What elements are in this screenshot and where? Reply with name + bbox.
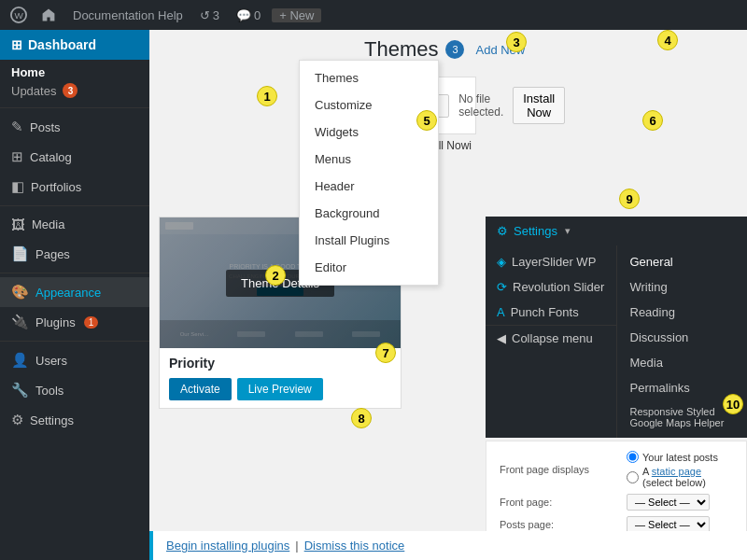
collapse-label: Collapse menu xyxy=(512,331,593,345)
begin-installing-link[interactable]: Begin installing plugins xyxy=(166,539,289,553)
pages-label: Pages xyxy=(35,247,70,261)
submenu-header[interactable]: Header xyxy=(300,173,438,200)
settings-layerslider[interactable]: ◈ LayerSlider WP xyxy=(486,249,616,274)
submenu-themes[interactable]: Themes xyxy=(300,64,438,91)
activate-button[interactable]: Activate xyxy=(169,378,232,400)
dashboard-icon: ⊞ xyxy=(11,37,22,52)
sidebar-updates-item[interactable]: Updates 3 xyxy=(11,81,138,102)
plugins-label: Plugins xyxy=(35,315,76,329)
sidebar-item-media[interactable]: 🖼 Media xyxy=(0,210,149,239)
tools-icon: 🔧 xyxy=(11,382,29,399)
svg-text:W: W xyxy=(15,10,24,21)
theme-actions: Activate Live Preview xyxy=(160,378,401,408)
posts-icon: ✎ xyxy=(11,119,23,135)
theme-name: Priority xyxy=(169,356,215,371)
catalog-icon: ⊞ xyxy=(11,148,23,165)
catalog-label: Catalog xyxy=(30,150,72,164)
submenu-install-plugins[interactable]: Install Plugins xyxy=(300,227,438,254)
appearance-icon: 🎨 xyxy=(11,284,29,301)
annotation-10: 10 xyxy=(723,394,743,414)
sidebar-item-users[interactable]: 👤 Users xyxy=(0,345,149,375)
sidebar-item-posts[interactable]: ✎ Posts xyxy=(0,112,149,142)
collapse-icon: ◀ xyxy=(497,331,506,345)
sidebar-item-catalog[interactable]: ⊞ Catalog xyxy=(0,142,149,172)
sidebar-item-appearance[interactable]: 🎨 Appearance xyxy=(0,277,149,307)
updates-link[interactable]: ↺ 3 xyxy=(194,8,225,22)
revolution-icon: ⟳ xyxy=(497,280,507,294)
static-page-radio[interactable] xyxy=(627,471,639,483)
submenu-editor[interactable]: Editor xyxy=(300,254,438,281)
settings-sub-discussion[interactable]: Discussion xyxy=(617,325,748,350)
static-link[interactable]: static page xyxy=(652,466,701,477)
static-page-text: A static page (select below) xyxy=(642,466,733,488)
revolution-label: Revolution Slider xyxy=(513,280,604,294)
site-icon[interactable] xyxy=(35,7,62,22)
notice-bar: Begin installing plugins | Dismiss this … xyxy=(149,531,747,560)
front-page-label: Front page displays xyxy=(500,464,621,475)
settings-cursor: ▾ xyxy=(565,225,571,237)
annotation-2: 2 xyxy=(265,265,286,286)
content-area: Themes Customize Widgets Menus Header Ba… xyxy=(149,30,747,560)
doc-help-link[interactable]: Documentation Help xyxy=(67,8,189,22)
sidebar-item-portfolios[interactable]: ◧ Portfolios xyxy=(0,172,149,202)
dismiss-notice-link[interactable]: Dismiss this notice xyxy=(304,539,405,553)
sidebar-item-pages[interactable]: 📄 Pages xyxy=(0,239,149,269)
sidebar-dashboard[interactable]: ⊞ Dashboard xyxy=(0,30,149,60)
sidebar-home-section: Home Updates 3 xyxy=(0,60,149,104)
sidebar-item-tools[interactable]: 🔧 Tools xyxy=(0,375,149,405)
plugins-icon: 🔌 xyxy=(11,314,29,330)
updates-count: 3 xyxy=(213,8,219,22)
themes-title: Themes xyxy=(364,37,438,62)
dashboard-label: Dashboard xyxy=(28,37,96,52)
comments-count: 0 xyxy=(254,8,261,22)
settings-submenu-header[interactable]: ⚙ Settings ▾ xyxy=(486,217,747,245)
no-file-text: No file selected. xyxy=(458,92,503,119)
submenu-background[interactable]: Background xyxy=(300,200,438,227)
settings-icon-blue: ⚙ xyxy=(497,224,508,238)
sidebar-item-settings[interactable]: ⚙ Settings xyxy=(0,405,149,435)
wp-logo-icon[interactable]: W xyxy=(7,4,30,26)
settings-sub-media[interactable]: Media xyxy=(617,350,748,375)
updates-badge: 3 xyxy=(63,83,78,98)
latest-posts-option[interactable]: Your latest posts xyxy=(627,451,733,463)
front-page-select[interactable]: — Select — xyxy=(627,494,710,511)
media-icon: 🖼 xyxy=(11,217,25,232)
new-label: + New xyxy=(279,8,314,22)
install-now-button[interactable]: Install Now xyxy=(513,87,565,124)
layerslider-label: LayerSlider WP xyxy=(512,255,596,269)
themes-count-badge: 3 xyxy=(445,40,464,59)
latest-posts-text: Your latest posts xyxy=(642,452,718,463)
submenu-menus[interactable]: Menus xyxy=(300,146,438,173)
sidebar-home-label: Home xyxy=(11,65,138,79)
collapse-menu-button[interactable]: ◀ Collapse menu xyxy=(486,325,616,351)
users-icon: 👤 xyxy=(11,352,29,369)
sidebar-item-plugins[interactable]: 🔌 Plugins 1 xyxy=(0,307,149,337)
static-page-option[interactable]: A static page (select below) xyxy=(627,466,733,488)
appearance-submenu: Themes Customize Widgets Menus Header Ba… xyxy=(299,60,439,286)
themes-header: Themes 3 Add New xyxy=(364,37,525,62)
live-preview-button[interactable]: Live Preview xyxy=(237,378,323,400)
settings-sub-general[interactable]: General xyxy=(617,249,748,274)
settings-submenu: ⚙ Settings ▾ ◈ LayerSlider WP ⟳ Revoluti… xyxy=(486,217,747,438)
users-label: Users xyxy=(35,354,67,368)
settings-submenu-left: ◈ LayerSlider WP ⟳ Revolution Slider A P… xyxy=(486,245,616,438)
annotation-4: 4 xyxy=(657,30,678,50)
settings-submenu-body: ◈ LayerSlider WP ⟳ Revolution Slider A P… xyxy=(486,245,747,438)
layerslider-icon: ◈ xyxy=(497,255,506,269)
settings-punch-fonts[interactable]: A Punch Fonts xyxy=(486,300,616,325)
comments-link[interactable]: 💬 0 xyxy=(231,8,266,22)
radio-group-front-page: Your latest posts A static page (select … xyxy=(627,451,733,488)
admin-bar: W Documentation Help ↺ 3 💬 0 + New xyxy=(0,0,747,30)
notice-separator: | xyxy=(295,539,298,553)
settings-sub-writing[interactable]: Writing xyxy=(617,274,748,300)
latest-posts-radio[interactable] xyxy=(627,451,639,463)
portfolios-label: Portfolios xyxy=(31,180,81,194)
new-content-button[interactable]: + New xyxy=(272,8,321,22)
settings-sub-reading[interactable]: Reading xyxy=(617,300,748,325)
settings-icon: ⚙ xyxy=(11,412,23,428)
settings-revolution[interactable]: ⟳ Revolution Slider xyxy=(486,274,616,300)
front-page-row: Front page displays Your latest posts A … xyxy=(500,451,733,488)
updates-label: Updates xyxy=(11,84,56,98)
tools-label: Tools xyxy=(35,384,63,398)
annotation-3: 3 xyxy=(506,32,527,52)
